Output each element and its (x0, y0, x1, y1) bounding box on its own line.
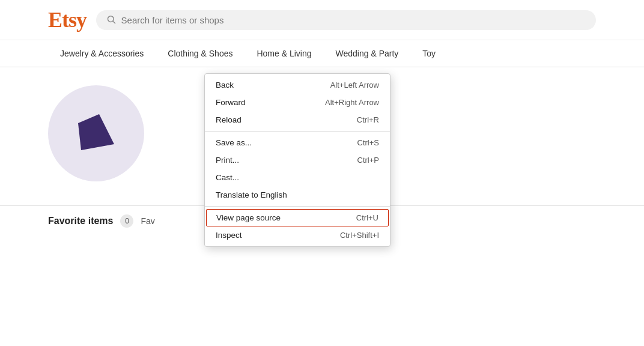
menu-item-reload-shortcut: Ctrl+R (357, 115, 379, 124)
menu-item-reload[interactable]: Reload Ctrl+R (205, 111, 390, 129)
menu-item-view-source[interactable]: View page source Ctrl+U (206, 209, 389, 226)
nav-item-home[interactable]: Home & Living (245, 40, 323, 67)
favorite-items-title: Favorite items (48, 216, 113, 226)
menu-item-print-shortcut: Ctrl+P (357, 156, 379, 165)
menu-item-save-shortcut: Ctrl+S (357, 138, 379, 147)
menu-item-view-source-label: View page source (216, 213, 281, 222)
menu-item-view-source-shortcut: Ctrl+U (356, 213, 378, 222)
favorite-tab-label[interactable]: Fav (141, 216, 154, 226)
menu-item-back-shortcut: Alt+Left Arrow (330, 80, 379, 90)
menu-item-reload-label: Reload (216, 115, 242, 124)
search-input[interactable] (121, 15, 585, 25)
menu-item-cast[interactable]: Cast... (205, 169, 390, 186)
menu-separator-2 (205, 206, 390, 207)
menu-item-back-label: Back (216, 80, 234, 90)
context-menu: Back Alt+Left Arrow Forward Alt+Right Ar… (204, 73, 390, 247)
nav-item-jewelry[interactable]: Jewelry & Accessories (48, 40, 156, 67)
menu-item-forward[interactable]: Forward Alt+Right Arrow (205, 94, 390, 111)
svg-marker-2 (78, 114, 114, 150)
menu-item-inspect-label: Inspect (216, 231, 242, 240)
menu-item-save[interactable]: Save as... Ctrl+S (205, 134, 390, 151)
menu-item-inspect-shortcut: Ctrl+Shift+I (340, 231, 379, 240)
menu-item-forward-shortcut: Alt+Right Arrow (325, 98, 379, 107)
search-icon (107, 15, 117, 25)
main-nav: Jewelry & Accessories Clothing & Shoes H… (0, 40, 644, 67)
menu-item-save-label: Save as... (216, 138, 252, 147)
menu-separator-1 (205, 131, 390, 132)
svg-line-1 (113, 21, 115, 23)
menu-item-cast-label: Cast... (216, 173, 239, 182)
menu-item-translate-label: Translate to English (216, 190, 287, 199)
header: Etsy (0, 0, 644, 40)
menu-item-inspect[interactable]: Inspect Ctrl+Shift+I (205, 226, 390, 244)
menu-item-translate[interactable]: Translate to English (205, 186, 390, 204)
menu-item-back[interactable]: Back Alt+Left Arrow (205, 76, 390, 94)
nav-item-toy[interactable]: Toy (410, 40, 448, 67)
favorite-count-badge: 0 (120, 214, 133, 228)
menu-item-print[interactable]: Print... Ctrl+P (205, 151, 390, 169)
content-area: Back Alt+Left Arrow Forward Alt+Right Ar… (0, 67, 644, 199)
nav-item-wedding[interactable]: Wedding & Party (324, 40, 411, 67)
menu-item-forward-label: Forward (216, 98, 246, 107)
etsy-logo[interactable]: Etsy (48, 7, 87, 32)
avatar-shape (72, 111, 120, 156)
nav-item-clothing[interactable]: Clothing & Shoes (156, 40, 245, 67)
menu-item-print-label: Print... (216, 156, 239, 165)
avatar (48, 85, 144, 181)
search-bar[interactable] (96, 10, 596, 30)
